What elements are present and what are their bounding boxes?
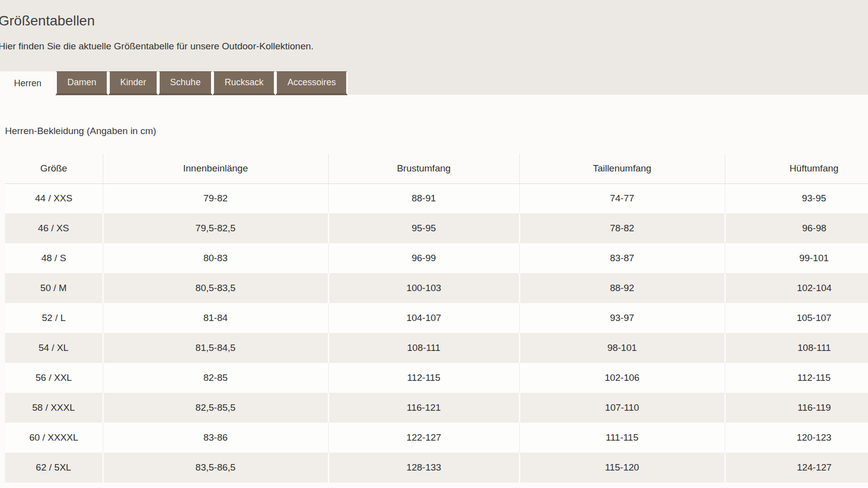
- size-cell: 54 / XL: [5, 333, 103, 363]
- measurement-cell: 128-133: [328, 453, 519, 483]
- measurement-cell: 96-98: [725, 213, 868, 243]
- tab-accessoires[interactable]: Accessoires: [275, 71, 348, 95]
- measurement-cell: 122-127: [328, 423, 519, 453]
- size-cell: 60 / XXXXL: [5, 423, 103, 453]
- tab-herren[interactable]: Herren: [0, 71, 55, 95]
- measurement-cell: 96-99: [328, 243, 519, 273]
- size-cell: 48 / S: [5, 243, 103, 273]
- measurement-cell: 124-127: [725, 453, 868, 483]
- size-cell: 62 / 5XL: [5, 453, 103, 483]
- measurement-cell: 99-101: [725, 243, 868, 273]
- measurement-cell: 79,5-82,5: [103, 213, 328, 243]
- size-cell: 50 / M: [5, 273, 103, 303]
- measurement-cell: 88-91: [328, 183, 519, 213]
- measurement-cell: 111-115: [519, 423, 725, 453]
- tab-schuhe[interactable]: Schuhe: [158, 71, 213, 95]
- table-row: 56 / XXL82-85112-115102-106112-115: [5, 363, 868, 393]
- column-header: Innenbeinlänge: [103, 154, 328, 183]
- measurement-cell: 105-107: [725, 303, 868, 333]
- size-table: GrößeInnenbeinlängeBrustumfangTaillenumf…: [5, 154, 868, 483]
- tab-bar: HerrenDamenKinderSchuheRucksackAccessoir…: [0, 71, 348, 95]
- measurement-cell: 108-111: [328, 333, 519, 363]
- measurement-cell: 78-82: [519, 213, 725, 243]
- measurement-cell: 102-104: [725, 273, 868, 303]
- size-cell: 56 / XXL: [5, 363, 103, 393]
- measurement-cell: 93-95: [725, 183, 868, 213]
- measurement-cell: 83-86: [103, 423, 328, 453]
- size-cell: 52 / L: [5, 303, 103, 333]
- measurement-cell: 102-106: [519, 363, 725, 393]
- measurement-cell: 112-115: [725, 363, 868, 393]
- column-header: Hüftumfang: [725, 154, 868, 183]
- table-row: 52 / L81-84104-10793-97105-107: [5, 303, 868, 333]
- column-header: Brustumfang: [328, 154, 519, 183]
- table-row: 54 / XL81,5-84,5108-11198-101108-111: [5, 333, 868, 363]
- tab-rucksack[interactable]: Rucksack: [213, 71, 275, 95]
- measurement-cell: 116-121: [328, 393, 519, 423]
- measurement-cell: 81,5-84,5: [103, 333, 328, 363]
- table-row: 58 / XXXL82,5-85,5116-121107-110116-119: [5, 393, 868, 423]
- measurement-cell: 81-84: [103, 303, 328, 333]
- measurement-cell: 120-123: [725, 423, 868, 453]
- measurement-cell: 82-85: [103, 363, 328, 393]
- table-row: 44 / XXS79-8288-9174-7793-95: [5, 183, 868, 213]
- measurement-cell: 116-119: [725, 393, 868, 423]
- size-table-container: GrößeInnenbeinlängeBrustumfangTaillenumf…: [5, 154, 868, 483]
- size-cell: 46 / XS: [5, 213, 103, 243]
- measurement-cell: 82,5-85,5: [103, 393, 328, 423]
- measurement-cell: 112-115: [328, 363, 519, 393]
- page-title: Größentabellen: [0, 13, 95, 29]
- tab-kinder[interactable]: Kinder: [108, 71, 158, 95]
- table-row: 50 / M80,5-83,5100-10388-92102-104: [5, 273, 868, 303]
- table-row: 62 / 5XL83,5-86,5128-133115-120124-127: [5, 453, 868, 483]
- measurement-cell: 107-110: [519, 393, 725, 423]
- column-header: Größe: [5, 154, 103, 183]
- table-header-row: GrößeInnenbeinlängeBrustumfangTaillenumf…: [5, 154, 868, 183]
- column-header: Taillenumfang: [519, 154, 725, 183]
- tab-damen[interactable]: Damen: [55, 71, 108, 95]
- size-cell: 58 / XXXL: [5, 393, 103, 423]
- measurement-cell: 80-83: [103, 243, 328, 273]
- measurement-cell: 93-97: [519, 303, 725, 333]
- measurement-cell: 80,5-83,5: [103, 273, 328, 303]
- measurement-cell: 79-82: [103, 183, 328, 213]
- measurement-cell: 88-92: [519, 273, 725, 303]
- measurement-cell: 100-103: [328, 273, 519, 303]
- table-row: 48 / S80-8396-9983-8799-101: [5, 243, 868, 273]
- measurement-cell: 104-107: [328, 303, 519, 333]
- measurement-cell: 95-95: [328, 213, 519, 243]
- measurement-cell: 108-111: [725, 333, 868, 363]
- measurement-cell: 74-77: [519, 183, 725, 213]
- page-subtitle: Hier finden Sie die aktuelle Größentabel…: [0, 41, 314, 52]
- measurement-cell: 83,5-86,5: [103, 453, 328, 483]
- size-cell: 44 / XXS: [5, 183, 103, 213]
- measurement-cell: 83-87: [519, 243, 725, 273]
- measurement-cell: 115-120: [519, 453, 725, 483]
- table-row: 46 / XS79,5-82,595-9578-8296-98: [5, 213, 868, 243]
- measurement-cell: 98-101: [519, 333, 725, 363]
- table-row: 60 / XXXXL83-86122-127111-115120-123: [5, 423, 868, 453]
- section-heading: Herren-Bekleidung (Angaben in cm): [5, 126, 156, 137]
